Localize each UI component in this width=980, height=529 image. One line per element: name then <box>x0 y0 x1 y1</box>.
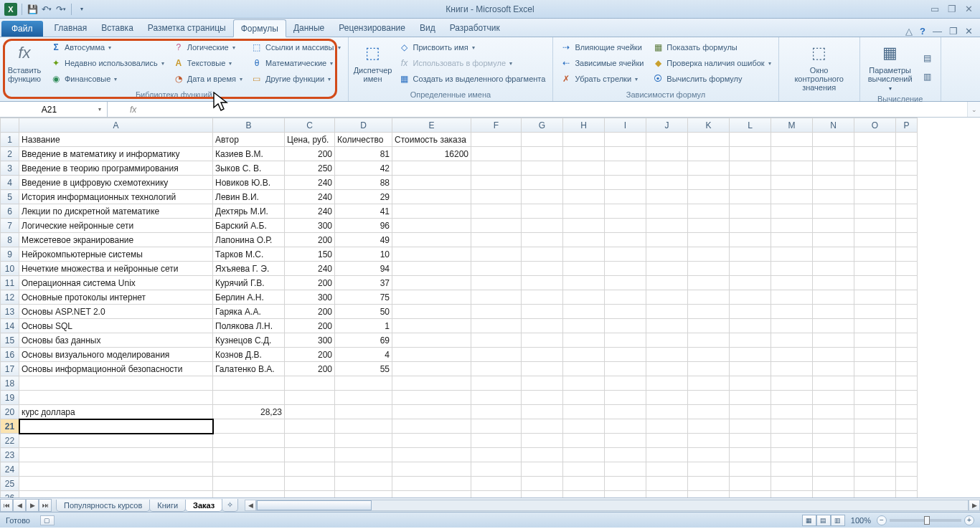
cell[interactable] <box>471 147 522 161</box>
cell[interactable] <box>688 376 730 391</box>
cell[interactable] <box>646 190 688 204</box>
cell[interactable] <box>471 405 522 419</box>
cell[interactable] <box>771 333 813 348</box>
cell[interactable] <box>688 477 730 491</box>
cell[interactable] <box>730 133 771 147</box>
cell[interactable]: 75 <box>335 290 392 305</box>
cell[interactable] <box>688 491 730 498</box>
cell[interactable] <box>471 462 522 477</box>
cell[interactable]: Яхъяева Г. Э. <box>213 262 285 276</box>
column-header-D[interactable]: D <box>335 118 392 133</box>
cell[interactable]: Операционная система Unix <box>19 276 213 290</box>
cell[interactable] <box>771 133 813 147</box>
cell[interactable]: 300 <box>285 290 335 305</box>
cell[interactable] <box>813 305 854 319</box>
cell[interactable] <box>771 219 813 233</box>
cell[interactable] <box>854 133 896 147</box>
cell[interactable] <box>730 405 771 419</box>
insert-function-button[interactable]: fx Вставить функцию <box>4 40 44 90</box>
cell[interactable] <box>813 491 854 498</box>
cell[interactable] <box>896 147 918 161</box>
cell[interactable] <box>771 434 813 448</box>
cell[interactable] <box>605 305 646 319</box>
cell[interactable] <box>730 376 771 391</box>
cell[interactable] <box>771 376 813 391</box>
cell[interactable] <box>896 276 918 290</box>
cell[interactable]: Зыков С. В. <box>213 161 285 176</box>
cell[interactable] <box>605 319 646 333</box>
use-in-formula-button[interactable]: fxИспользовать в формуле▾ <box>396 56 549 70</box>
cell[interactable] <box>522 333 563 348</box>
column-header-O[interactable]: O <box>854 118 896 133</box>
tab-вид[interactable]: Вид <box>413 19 443 37</box>
prev-sheet-button[interactable]: ◀ <box>13 499 26 512</box>
cell[interactable]: 81 <box>335 147 392 161</box>
cell[interactable] <box>392 276 471 290</box>
row-header[interactable]: 6 <box>1 204 19 219</box>
cell[interactable] <box>730 348 771 362</box>
cell[interactable] <box>771 348 813 362</box>
cell[interactable] <box>813 405 854 419</box>
cell[interactable] <box>522 434 563 448</box>
cell[interactable] <box>563 176 605 190</box>
cell[interactable] <box>646 319 688 333</box>
cell[interactable] <box>522 290 563 305</box>
cell[interactable] <box>335 477 392 491</box>
cell[interactable] <box>730 190 771 204</box>
cell[interactable] <box>335 462 392 477</box>
cell[interactable]: Кознов Д.В. <box>213 348 285 362</box>
cell[interactable] <box>335 448 392 462</box>
last-sheet-button[interactable]: ⏭ <box>39 499 52 512</box>
column-header-E[interactable]: E <box>392 118 471 133</box>
cell[interactable] <box>813 219 854 233</box>
cell[interactable] <box>730 462 771 477</box>
cell[interactable]: 88 <box>335 176 392 190</box>
cell[interactable] <box>605 262 646 276</box>
cell[interactable]: Основы информационной безопасности <box>19 362 213 376</box>
column-header-H[interactable]: H <box>563 118 605 133</box>
cell[interactable] <box>896 319 918 333</box>
row-header[interactable]: 8 <box>1 233 19 247</box>
cell[interactable] <box>771 276 813 290</box>
row-header[interactable]: 20 <box>1 405 19 419</box>
cell[interactable] <box>771 176 813 190</box>
cell[interactable] <box>854 276 896 290</box>
row-header[interactable]: 5 <box>1 190 19 204</box>
cell[interactable] <box>771 477 813 491</box>
cell[interactable] <box>854 391 896 405</box>
cell[interactable] <box>646 247 688 262</box>
cell[interactable] <box>771 419 813 434</box>
tab-разработчик[interactable]: Разработчик <box>443 19 507 37</box>
row-header[interactable]: 9 <box>1 247 19 262</box>
cell[interactable]: Курячий Г.В. <box>213 276 285 290</box>
cell[interactable]: Межсетевое экранирование <box>19 233 213 247</box>
cell[interactable] <box>688 362 730 376</box>
cell[interactable] <box>813 190 854 204</box>
cell[interactable] <box>285 434 335 448</box>
scrollbar-thumb[interactable] <box>257 500 372 510</box>
cell[interactable] <box>605 147 646 161</box>
cell[interactable] <box>688 276 730 290</box>
cell[interactable] <box>688 233 730 247</box>
undo-icon[interactable]: ↶▾ <box>41 4 52 15</box>
cell[interactable] <box>854 376 896 391</box>
cell[interactable]: 41 <box>335 204 392 219</box>
row-header[interactable]: 13 <box>1 305 19 319</box>
cell[interactable]: 28,23 <box>213 405 285 419</box>
cell[interactable] <box>771 319 813 333</box>
cell[interactable] <box>646 161 688 176</box>
cell[interactable]: Введение в цифровую схемотехнику <box>19 176 213 190</box>
cell[interactable] <box>730 233 771 247</box>
name-box-dropdown-icon[interactable]: ▾ <box>95 106 104 113</box>
row-header[interactable]: 25 <box>1 477 19 491</box>
cell[interactable] <box>471 247 522 262</box>
cell[interactable]: Основные протоколы интернет <box>19 290 213 305</box>
cell[interactable] <box>896 376 918 391</box>
cell[interactable] <box>896 477 918 491</box>
column-header-N[interactable]: N <box>813 118 854 133</box>
cell[interactable] <box>563 219 605 233</box>
cell[interactable] <box>522 319 563 333</box>
cell[interactable] <box>522 491 563 498</box>
cell[interactable] <box>646 176 688 190</box>
scroll-left-button[interactable]: ◀ <box>245 500 256 511</box>
